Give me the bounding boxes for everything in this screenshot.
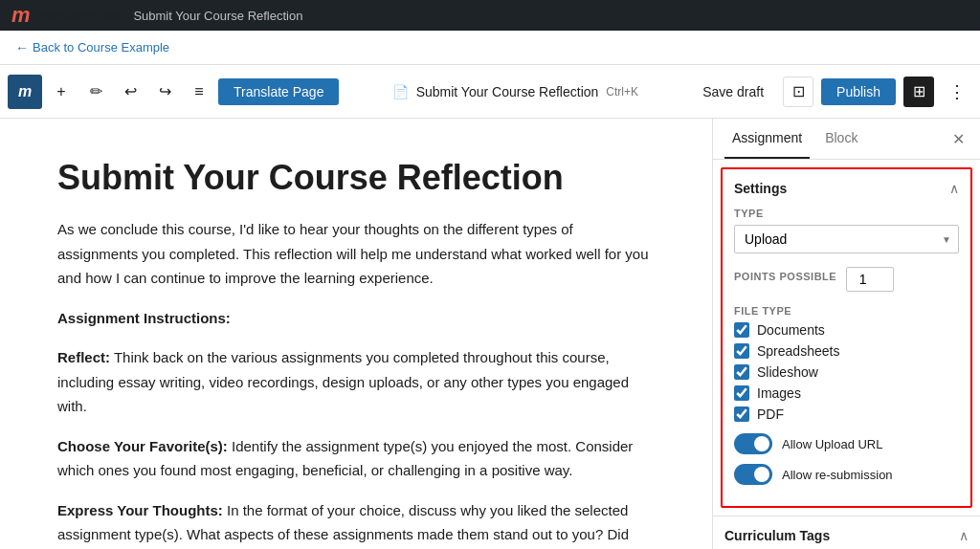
settings-panel: Settings ∧ TYPE Upload Text Video Audio … [721,167,972,508]
page-title: Submit Your Course Reflection [57,157,655,198]
paragraph-5: Express Your Thoughts: In the format of … [57,498,655,549]
back-to-course-link[interactable]: Back to Course Example [15,40,169,55]
toolbar-center: 📄 Submit Your Course Reflection Ctrl+K [343,77,687,106]
type-label: TYPE [734,208,959,219]
checkbox-spreadsheets-label: Spreadsheets [757,343,839,359]
tab-block[interactable]: Block [817,119,865,159]
curriculum-tags-title: Curriculum Tags [724,528,830,543]
sidebar: Assignment Block ✕ Settings ∧ TYPE [712,119,980,549]
tab-assignment[interactable]: Assignment [724,119,810,159]
points-row: POINTS POSSIBLE [734,267,959,292]
checkbox-spreadsheets: Spreadsheets [734,343,959,359]
checkbox-pdf-label: PDF [757,406,784,422]
sidebar-tabs: Assignment Block ✕ [713,119,980,160]
paragraph-4: Choose Your Favorite(s): Identify the as… [57,434,655,483]
paragraph-1: As we conclude this course, I'd like to … [57,217,655,291]
memberpress-name: memberpress [36,8,124,23]
checkbox-documents-input[interactable] [734,322,749,338]
allow-resubmission-toggle[interactable] [734,464,772,485]
allow-resubmission-label: Allow re-submission [782,468,893,482]
checkbox-slideshow-label: Slideshow [757,364,818,380]
file-type-label: FILE TYPE [734,305,959,317]
checkbox-images-input[interactable] [734,385,749,401]
pen-tool-button[interactable]: ✏ [80,77,111,107]
settings-title: Settings [734,181,787,196]
allow-resubmission-row: Allow re-submission [734,464,959,485]
allow-upload-url-label: Allow Upload URL [782,437,883,451]
main-layout: Submit Your Course Reflection As we conc… [0,119,980,549]
translate-page-button[interactable]: Translate Page [218,78,339,105]
close-icon: ✕ [952,131,965,147]
breadcrumb-row: Back to Course Example [0,31,980,65]
memberpress-logo: m memberpress [11,3,123,28]
curriculum-collapse-icon: ∧ [959,528,969,543]
collapse-icon: ∧ [949,181,959,196]
save-draft-button[interactable]: Save draft [691,78,775,105]
editor-content: As we conclude this course, I'd like to … [57,217,655,549]
paragraph-2: Assignment Instructions: [57,306,655,331]
checkbox-spreadsheets-input[interactable] [734,343,749,359]
toolbar-right: Save draft ⊡ Publish ⊞ ⋮ [691,77,972,107]
document-title-button[interactable]: 📄 Submit Your Course Reflection Ctrl+K [380,77,651,106]
file-type-section: FILE TYPE Documents Spreadsheets Slidesh… [734,305,959,422]
settings-collapse-button[interactable]: ∧ [949,181,959,196]
checkbox-pdf-input[interactable] [734,406,749,422]
type-select-wrapper: Upload Text Video Audio ▼ [734,225,959,253]
toolbar-left: m + ✏ ↩ ↪ ≡ Translate Page [8,75,339,109]
toolbar: m + ✏ ↩ ↪ ≡ Translate Page 📄 Submit Your… [0,65,980,119]
sidebar-close-button[interactable]: ✕ [948,126,969,152]
points-label: POINTS POSSIBLE [734,271,836,282]
undo-button[interactable]: ↩ [115,77,145,107]
view-icon: ⊡ [792,82,805,100]
more-icon: ⋮ [948,81,966,102]
settings-toggle-button[interactable]: ⊞ [903,77,934,107]
publish-button[interactable]: Publish [821,78,896,105]
allow-upload-url-row: Allow Upload URL [734,433,959,454]
settings-section-header: Settings ∧ [734,181,959,196]
checkbox-images-label: Images [757,385,801,401]
more-options-button[interactable]: ⋮ [942,77,972,107]
redo-button[interactable]: ↪ [149,77,180,107]
paragraph-3: Reflect: Think back on the various assig… [57,345,655,419]
curriculum-tags-header: Curriculum Tags ∧ [724,528,969,543]
wp-logo-button[interactable]: m [8,75,42,109]
editor-area: Submit Your Course Reflection As we conc… [0,119,712,549]
memberpress-m-icon: m [11,3,31,28]
list-view-button[interactable]: ≡ [184,77,214,107]
settings-icon: ⊞ [913,82,925,100]
curriculum-tags-collapse-button[interactable]: ∧ [959,528,969,543]
document-title-text: Submit Your Course Reflection [416,84,599,99]
checkbox-images: Images [734,385,959,401]
settings-section: Settings ∧ TYPE Upload Text Video Audio … [723,169,970,506]
keyboard-shortcut: Ctrl+K [606,85,638,99]
admin-bar-title: Submit Your Course Reflection [133,9,302,23]
checkbox-slideshow-input[interactable] [734,364,749,380]
checkbox-pdf: PDF [734,406,959,422]
admin-bar: m memberpress Submit Your Course Reflect… [0,0,980,31]
document-icon: 📄 [392,84,409,99]
type-select[interactable]: Upload Text Video Audio [734,225,959,253]
checkbox-slideshow: Slideshow [734,364,959,380]
view-button[interactable]: ⊡ [783,77,813,107]
curriculum-tags-section: Curriculum Tags ∧ [713,516,980,549]
points-input[interactable] [846,267,894,292]
allow-upload-url-toggle[interactable] [734,433,772,454]
add-block-button[interactable]: + [46,77,77,107]
checkbox-documents-label: Documents [757,322,825,338]
checkbox-documents: Documents [734,322,959,338]
